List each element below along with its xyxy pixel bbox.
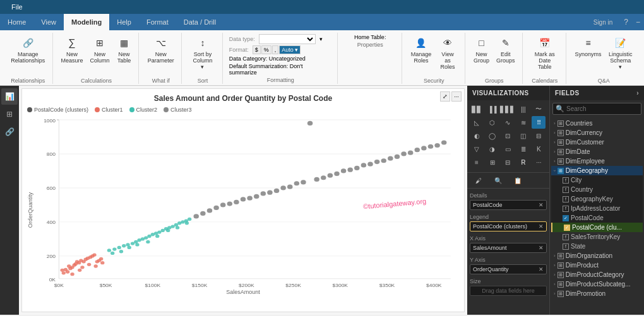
analytics-btn[interactable]: 🔍 bbox=[489, 174, 507, 187]
fields-search-input[interactable] bbox=[566, 105, 644, 112]
view-as-roles-btn[interactable]: 👁 View asRoles bbox=[436, 34, 460, 71]
new-measure-btn[interactable]: ∑ NewMeasure bbox=[58, 34, 85, 65]
field-dimproductsubcategory[interactable]: › ⊞ DimProductSubcateg... bbox=[551, 279, 643, 289]
field-country[interactable]: f Country bbox=[551, 185, 643, 194]
field-dimcustomer[interactable]: › ⊞ DimCustomer bbox=[551, 138, 643, 147]
funnel-viz-btn[interactable]: ▽ bbox=[470, 143, 484, 155]
edit-groups-btn[interactable]: ✎ EditGroups bbox=[494, 34, 518, 65]
manage-roles-btn[interactable]: 👤 ManageRoles bbox=[408, 34, 434, 65]
fields-viz-btn[interactable]: 📋 bbox=[509, 174, 527, 187]
slicer-viz-btn[interactable]: ≡ bbox=[470, 156, 484, 168]
waterfall-viz-btn[interactable]: ≋ bbox=[516, 116, 530, 129]
expand-icon[interactable]: ⤢ bbox=[440, 91, 450, 102]
legend-well-box[interactable]: PostalCode (clusters) ✕ bbox=[470, 221, 547, 231]
bar-chart-viz-btn[interactable]: ▊▊ bbox=[470, 103, 484, 115]
card-viz-btn[interactable]: ▭ bbox=[501, 143, 515, 155]
sign-in-link[interactable]: Sign in bbox=[586, 14, 621, 30]
file-tab[interactable]: File bbox=[5, 2, 29, 12]
data-type-select[interactable] bbox=[259, 34, 316, 44]
field-dimproduct[interactable]: › ⊞ DimProduct bbox=[551, 260, 643, 270]
field-geographykey[interactable]: f GeographyKey bbox=[551, 194, 643, 204]
clustered-col-viz-btn[interactable]: ||| bbox=[516, 103, 530, 115]
field-postalcode-clusters[interactable]: ✓ PostalCode (clu... bbox=[551, 223, 643, 232]
date-table-label: Mark asDate Table bbox=[532, 51, 558, 70]
new-group-btn[interactable]: □ NewGroup bbox=[471, 34, 492, 65]
home-table-label: Home Table: bbox=[354, 34, 386, 40]
multirow-viz-btn[interactable]: ≣ bbox=[516, 143, 530, 155]
x-axis-well-box[interactable]: SalesAmount ✕ bbox=[470, 243, 547, 253]
model-view-icon[interactable]: 🔗 bbox=[1, 124, 18, 140]
svg-point-43 bbox=[60, 269, 64, 272]
field-dimpromotion[interactable]: › ⊞ DimPromotion bbox=[551, 289, 643, 298]
comma-btn[interactable]: , bbox=[272, 45, 279, 54]
data-view-icon[interactable]: ⊞ bbox=[1, 106, 18, 122]
dollar-btn[interactable]: $ bbox=[253, 45, 261, 54]
y-axis-well-box[interactable]: OrderQuantity ✕ bbox=[470, 264, 547, 274]
tab-modeling[interactable]: Modeling bbox=[64, 14, 109, 30]
matrix-viz-btn[interactable]: ⊟ bbox=[501, 156, 515, 168]
legend-cluster2: Cluster2 bbox=[129, 107, 158, 113]
field-dimgeography[interactable]: › ⊞ DimGeography bbox=[551, 166, 643, 175]
donut-viz-btn[interactable]: ◯ bbox=[486, 129, 499, 142]
field-city[interactable]: f City bbox=[551, 175, 643, 185]
field-dimdate[interactable]: › ⊞ DimDate bbox=[551, 147, 643, 156]
report-view-icon[interactable]: 📊 bbox=[1, 88, 18, 105]
size-drag-hint[interactable]: Drag data fields here bbox=[470, 286, 547, 296]
field-ipaddresslocator[interactable]: f IpAddressLocator bbox=[551, 204, 643, 213]
stacked-area-viz-btn[interactable]: ⬡ bbox=[486, 116, 499, 129]
new-column-btn[interactable]: ⊞ NewColumn bbox=[87, 34, 112, 65]
svg-point-103 bbox=[227, 202, 232, 206]
fields-search-box[interactable]: 🔍 bbox=[552, 103, 641, 115]
state-icon: f bbox=[563, 243, 569, 250]
field-dimproductcategory[interactable]: › ⊞ DimProductCategory bbox=[551, 270, 643, 279]
fields-expand-icon[interactable]: › bbox=[636, 90, 639, 97]
manage-relationships-btn[interactable]: 🔗 ManageRelationships bbox=[8, 34, 47, 65]
x-axis-remove-btn[interactable]: ✕ bbox=[539, 245, 544, 251]
clustered-bar-viz-btn[interactable]: ▐▐ bbox=[486, 103, 499, 115]
mark-date-table-btn[interactable]: 📅 Mark asDate Table bbox=[529, 34, 561, 71]
tab-view[interactable]: View bbox=[33, 14, 64, 30]
percent-btn[interactable]: % bbox=[261, 45, 271, 54]
scatter-plot[interactable]: 1000 800 600 400 200 0K $0K bbox=[22, 114, 464, 296]
scatter-viz-btn active[interactable]: ⠿ bbox=[532, 116, 546, 129]
details-well-box[interactable]: PostalCode ✕ bbox=[470, 200, 547, 210]
pie-viz-btn[interactable]: ◐ bbox=[470, 129, 484, 142]
y-axis-remove-btn[interactable]: ✕ bbox=[539, 266, 544, 272]
map-viz-btn[interactable]: ◫ bbox=[516, 129, 530, 142]
treemap-viz-btn[interactable]: ⊡ bbox=[501, 129, 515, 142]
field-dimcurrency[interactable]: › ⊞ DimCurrency bbox=[551, 128, 643, 138]
new-table-btn[interactable]: ▦ NewTable bbox=[114, 34, 134, 65]
minimize-icon[interactable]: − bbox=[632, 14, 644, 30]
table-viz-btn[interactable]: ⊞ bbox=[486, 156, 499, 168]
kpi-viz-btn[interactable]: K bbox=[532, 143, 546, 155]
line-viz-btn[interactable]: 〜 bbox=[532, 103, 546, 115]
area-viz-btn[interactable]: ◺ bbox=[470, 116, 484, 129]
tab-format[interactable]: Format bbox=[139, 14, 176, 30]
ellipsis-icon[interactable]: ··· bbox=[451, 91, 462, 102]
help-icon[interactable]: ? bbox=[620, 14, 632, 30]
filled-map-viz-btn[interactable]: ⊟ bbox=[532, 129, 546, 142]
r-visual-viz-btn[interactable]: R bbox=[516, 156, 530, 168]
ribbon-viz-btn[interactable]: ∿ bbox=[501, 116, 515, 129]
tab-home[interactable]: Home bbox=[0, 14, 33, 30]
field-salesterritorykey[interactable]: f SalesTerritoryKey bbox=[551, 232, 643, 242]
synonyms-btn[interactable]: ≡ Synonyms bbox=[573, 34, 604, 59]
field-countries[interactable]: › ⊞ Countries bbox=[551, 119, 643, 128]
field-dimorganization[interactable]: › ⊞ DimOrganization bbox=[551, 251, 643, 260]
linguistic-schema-btn[interactable]: 📝 LinguisticSchema ▾ bbox=[606, 34, 635, 71]
tab-help[interactable]: Help bbox=[109, 14, 139, 30]
field-dimemployee[interactable]: › ⊞ DimEmployee bbox=[551, 156, 643, 166]
tab-data-drill[interactable]: Data / Drill bbox=[176, 14, 224, 30]
field-postalcode[interactable]: ✓ PostalCode bbox=[551, 213, 643, 223]
details-remove-btn[interactable]: ✕ bbox=[539, 202, 544, 208]
sort-by-column-btn[interactable]: ↕ Sort byColumn ▾ bbox=[188, 34, 217, 71]
format-paint-btn[interactable]: 🖌 bbox=[470, 174, 487, 187]
stacked-col-viz-btn[interactable]: ▋▋▋ bbox=[501, 103, 515, 115]
legend-remove-btn[interactable]: ✕ bbox=[539, 223, 544, 230]
ribbon-group-sort: ↕ Sort byColumn ▾ Sort bbox=[183, 33, 223, 84]
field-state[interactable]: f State bbox=[551, 242, 643, 251]
decimal-auto-btn[interactable]: Auto ▾ bbox=[279, 45, 301, 54]
gauge-viz-btn[interactable]: ◑ bbox=[486, 143, 499, 155]
new-parameter-btn[interactable]: ⌥ NewParameter bbox=[145, 34, 177, 65]
more-visuals-btn[interactable]: ··· bbox=[532, 156, 546, 168]
